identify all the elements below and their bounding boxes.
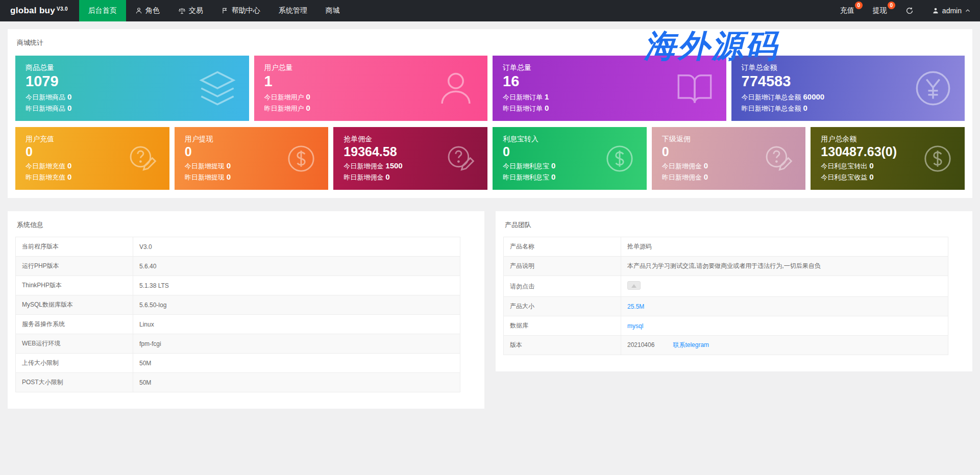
row-value: 50M [133,354,460,373]
telegram-link[interactable]: 联系telegram [673,341,709,348]
stat-card-interest-in: 利息宝转入 0 今日新增利息宝0 昨日新增利息宝0 [493,127,647,190]
card-line-value: 0 [704,161,708,170]
row-label: 产品大小 [504,297,621,316]
stat-card-order-commission: 抢单佣金 19364.58 今日新增佣金1500 昨日新增佣金0 [333,127,487,190]
user-icon [436,69,475,108]
card-line-label: 昨日新增佣金 [662,173,702,181]
card-line-label: 昨日新增用户 [264,105,304,112]
database-link[interactable]: mysql [627,322,643,330]
card-line-value: 0 [306,104,310,112]
card-line-value: 0 [869,172,873,181]
row-label: 服务器操作系统 [16,315,133,334]
row-value: fpm-fcgi [133,334,460,354]
brand-name: global buy [10,6,55,16]
card-line-value: 0 [545,104,549,112]
card-line-label: 今日新增商品 [26,93,65,101]
refresh-icon [905,7,914,15]
dollar-icon [923,144,952,173]
card-title: 抢单佣金 [344,135,477,144]
system-info-panel: 系统信息 当前程序版本V3.0 运行PHP版本5.6.40 ThinkPHP版本… [8,211,484,409]
row-label: 数据库 [504,316,621,336]
row-value [621,276,948,297]
refresh-button[interactable] [896,0,923,21]
brand-logo[interactable]: global buy V3.0 [0,0,79,21]
admin-menu[interactable]: admin [923,0,980,21]
system-info-table: 当前程序版本V3.0 运行PHP版本5.6.40 ThinkPHP版本5.1.3… [15,237,460,392]
top-navbar: global buy V3.0 后台首页 角色 交易 帮助中心 系统管理 [0,0,980,21]
nav-item-label: 后台首页 [88,6,117,15]
product-team-panel: 产品团队 产品名称抢单源码 产品说明本产品只为学习测试交流,请勿要做商业或者用于… [496,211,972,371]
row-value: Linux [133,315,460,334]
nav-item-label: 帮助中心 [232,6,260,15]
stat-card-user-withdraw: 用户提现 0 今日新增提现0 昨日新增提现0 [175,127,329,190]
panel-title: 系统信息 [17,220,477,230]
card-line: 昨日新增佣金0 [344,172,477,182]
row-value: 5.1.38 LTS [133,276,460,295]
stat-card-user-recharge: 用户充值 0 今日新增充值0 昨日新增充值0 [15,127,169,190]
dollar-icon [605,144,634,173]
row-label: POST大小限制 [16,373,133,392]
row-value: 本产品只为学习测试交流,请勿要做商业或者用于违法行为,一切后果自负 [621,257,948,276]
table-row: 产品大小25.5M [504,297,948,316]
card-line-label: 昨日新增订单总金额 [742,105,801,112]
card-line-value: 0 [227,172,231,181]
nav-item-transactions[interactable]: 交易 [169,0,212,21]
stat-card-products-total: 商品总量 1079 今日新增商品0 昨日新增商品0 [15,56,249,121]
card-line: 昨日新增佣金0 [662,172,796,182]
card-line: 昨日新增提现0 [185,172,318,182]
card-line-label: 昨日新增订单 [503,105,543,112]
flag-icon [222,7,229,14]
card-line-label: 今日新增订单总金额 [742,93,801,101]
nav-item-home[interactable]: 后台首页 [79,0,126,21]
nav-item-help-center[interactable]: 帮助中心 [212,0,270,21]
withdraw-button[interactable]: 提现 0 [864,0,896,21]
card-line-value: 0 [704,172,708,181]
row-label: 产品名称 [504,237,621,257]
card-line-value: 0 [67,172,71,181]
row-label: 运行PHP版本 [16,257,133,276]
product-team-table: 产品名称抢单源码 产品说明本产品只为学习测试交流,请勿要做商业或者用于违法行为,… [503,237,948,355]
row-value: 抢单源码 [621,237,948,257]
recharge-button[interactable]: 充值 0 [831,0,864,21]
recharge-badge: 0 [855,2,863,9]
nav-item-label: 角色 [145,6,160,15]
version-value: 20210406 [627,341,654,348]
card-line-label: 今日新增用户 [264,93,304,101]
stat-cards-row-1: 商品总量 1079 今日新增商品0 昨日新增商品0 用户总量 1 今日新增用户0… [15,56,965,121]
table-row: POST大小限制50M [16,373,460,392]
card-line-label: 今日新增佣金 [662,162,702,170]
card-line-label: 昨日新增商品 [26,105,65,112]
card-line-label: 昨日新增佣金 [344,173,383,181]
table-row: 产品名称抢单源码 [504,237,948,257]
card-line: 昨日新增充值0 [26,172,159,182]
person-icon [932,7,939,14]
stat-card-orders-total: 订单总量 16 今日新增订单1 昨日新增订单0 [493,56,726,121]
card-line-value: 0 [67,92,71,101]
row-label: WEB运行环境 [16,334,133,354]
table-row: MySQL数据库版本5.6.50-log [16,295,460,315]
product-size-link[interactable]: 25.5M [627,303,644,310]
card-line-label: 昨日新增充值 [26,173,65,181]
pen-question-icon [446,144,475,173]
book-icon [675,69,714,108]
card-line-value: 0 [67,104,71,112]
card-title: 用户充值 [26,135,159,144]
chevron-up-icon [965,8,971,14]
pen-question-icon [128,144,157,173]
withdraw-label: 提现 [873,6,887,15]
card-line-value: 0 [551,161,555,170]
row-value: mysql [621,316,948,336]
row-value: 25.5M [621,297,948,316]
row-label: ThinkPHP版本 [16,276,133,295]
broken-image-icon[interactable] [627,281,641,290]
row-value: 5.6.50-log [133,295,460,315]
layers-icon [198,69,237,108]
nav-item-roles[interactable]: 角色 [126,0,169,21]
nav-item-system-settings[interactable]: 系统管理 [270,0,316,21]
card-line-label: 今日利息宝收益 [821,173,867,181]
row-value: 20210406联系telegram [621,336,948,355]
row-value: 50M [133,373,460,392]
card-line-value: 1 [545,92,549,101]
row-value: V3.0 [133,237,460,257]
nav-item-mall[interactable]: 商城 [316,0,349,21]
